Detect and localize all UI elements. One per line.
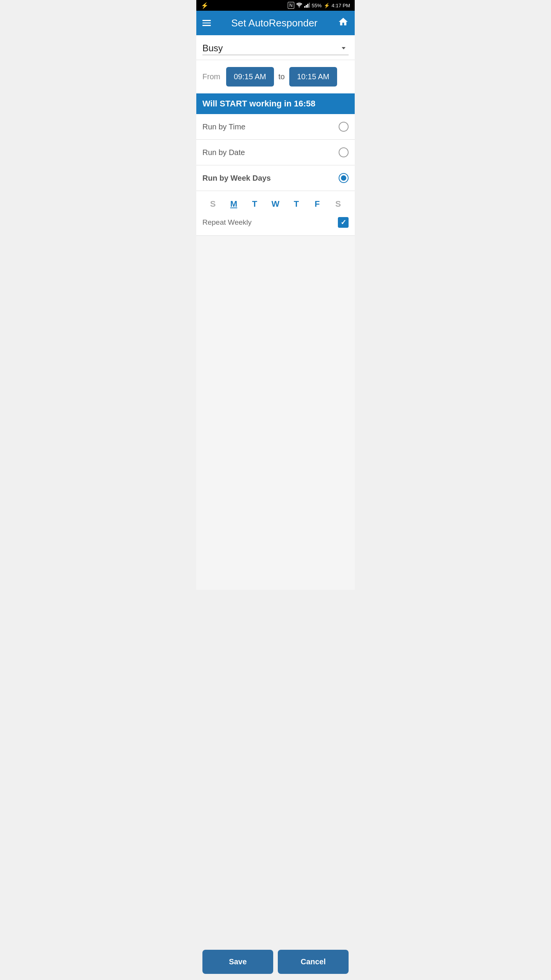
radio-run-by-week[interactable]: Run by Week Days: [196, 165, 355, 191]
status-bar: ⚡ N 55% ⚡ 4:17 PM: [196, 0, 355, 11]
repeat-weekly-label: Repeat Weekly: [202, 218, 252, 227]
day-monday[interactable]: M: [227, 197, 241, 211]
home-button[interactable]: [338, 16, 349, 30]
day-wednesday[interactable]: W: [269, 197, 282, 211]
radio-run-by-time-circle[interactable]: [339, 122, 349, 132]
radio-run-by-week-circle[interactable]: [339, 173, 349, 183]
app-bar: Set AutoResponder: [196, 11, 355, 35]
radio-run-by-week-label: Run by Week Days: [202, 174, 271, 183]
save-button[interactable]: Save: [202, 950, 273, 974]
bottom-buttons: Save Cancel: [196, 944, 355, 980]
day-sunday[interactable]: S: [206, 197, 220, 211]
wifi-icon: [296, 2, 302, 8]
day-thursday[interactable]: T: [290, 197, 303, 211]
time-row: From 09:15 AM to 10:15 AM: [196, 60, 355, 93]
from-label: From: [202, 72, 222, 81]
nfc-icon: N: [288, 2, 294, 9]
usb-icon: ⚡: [201, 2, 209, 9]
radio-run-by-date-circle[interactable]: [339, 147, 349, 157]
repeat-row: Repeat Weekly: [202, 217, 349, 229]
content-area: Busy Away Do Not Disturb Custom From 09:…: [196, 35, 355, 944]
svg-point-0: [298, 7, 300, 8]
cancel-button[interactable]: Cancel: [278, 950, 349, 974]
from-time-button[interactable]: 09:15 AM: [226, 67, 274, 87]
menu-button[interactable]: [202, 20, 211, 26]
day-saturday[interactable]: S: [331, 197, 345, 211]
day-friday[interactable]: F: [310, 197, 324, 211]
radio-options-section: Run by Time Run by Date Run by Week Days…: [196, 114, 355, 590]
radio-run-by-time[interactable]: Run by Time: [196, 114, 355, 140]
radio-run-by-date-label: Run by Date: [202, 148, 245, 157]
day-tuesday[interactable]: T: [248, 197, 261, 211]
weekdays-grid: S M T W T F S: [202, 197, 349, 211]
status-banner: Will START working in 16:58: [196, 93, 355, 114]
app-title: Set AutoResponder: [215, 17, 333, 29]
battery-icon: ⚡: [324, 3, 330, 8]
radio-run-by-time-label: Run by Time: [202, 122, 245, 131]
status-banner-text: Will START working in 16:58: [202, 99, 315, 108]
status-dropdown[interactable]: Busy Away Do Not Disturb Custom: [202, 41, 349, 55]
status-right: N 55% ⚡ 4:17 PM: [288, 2, 350, 9]
time-separator: to: [279, 72, 285, 81]
dropdown-section: Busy Away Do Not Disturb Custom: [196, 35, 355, 60]
empty-space: [196, 590, 355, 944]
battery-text: 55%: [312, 3, 322, 8]
time-display: 4:17 PM: [332, 3, 350, 8]
to-time-button[interactable]: 10:15 AM: [289, 67, 337, 87]
signal-icon: [304, 2, 310, 9]
weekdays-section: S M T W T F S Repeat Weekly: [196, 191, 355, 236]
radio-run-by-date[interactable]: Run by Date: [196, 140, 355, 165]
repeat-weekly-checkbox[interactable]: [338, 217, 349, 228]
status-left: ⚡: [201, 2, 209, 9]
